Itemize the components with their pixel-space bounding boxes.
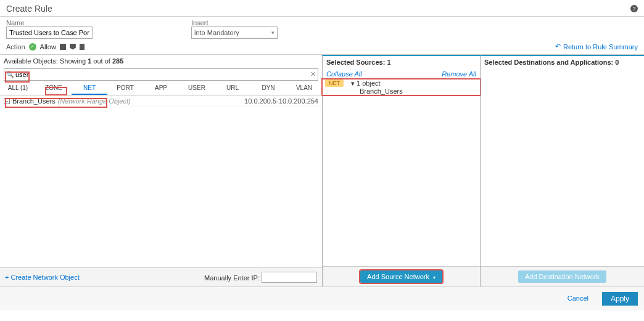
tag-icon[interactable] xyxy=(70,44,76,50)
clear-icon[interactable]: ✕ xyxy=(310,70,316,78)
name-label: Name xyxy=(6,19,93,26)
tab-net[interactable]: NET xyxy=(72,82,107,95)
tab-vlan[interactable]: VLAN xyxy=(286,82,322,95)
return-link[interactable]: ↶ Return to Rule Summary xyxy=(555,43,638,51)
dialog-header: Create Rule ? xyxy=(0,0,644,17)
expand-icon[interactable]: ▾ xyxy=(351,79,355,87)
selected-dest-header: Selected Destinations and Applications: … xyxy=(481,56,644,68)
chevron-down-icon: ▾ xyxy=(271,30,275,36)
chevron-down-icon: ▾ xyxy=(433,275,436,280)
shield-icon[interactable] xyxy=(60,44,66,50)
manual-ip-input[interactable] xyxy=(262,272,317,283)
cancel-button[interactable]: Cancel xyxy=(561,292,595,306)
tab-dyn[interactable]: DYN xyxy=(250,82,286,95)
available-header: Available Objects: Showing 1 out of 285 xyxy=(0,55,322,67)
source-object-name: Branch_Users xyxy=(351,87,403,95)
search-wrap: 🔍 ✕ xyxy=(0,67,322,82)
dialog-title: Create Rule xyxy=(6,4,52,14)
tab-url[interactable]: URL xyxy=(215,82,250,95)
selected-sources-footer: Add Source Network▾ xyxy=(323,266,480,286)
object-range: 10.0.200.5-10.0.200.254 xyxy=(244,97,318,105)
search-icon: 🔍 xyxy=(6,71,14,78)
source-object-group[interactable]: NET ▾ 1 object Branch_Users xyxy=(323,79,480,95)
selected-sources-header: Selected Sources: 1 xyxy=(323,56,480,68)
manual-ip-label: Manually Enter IP: xyxy=(204,274,260,282)
tab-port[interactable]: PORT xyxy=(107,82,143,95)
create-network-object-link[interactable]: + Create Network Object xyxy=(5,274,80,281)
form-row: Name Insert into Mandatory ▾ xyxy=(0,17,644,39)
tab-zone[interactable]: ZONE xyxy=(36,82,72,95)
insert-select[interactable]: into Mandatory ▾ xyxy=(191,26,278,39)
insert-label: Insert xyxy=(191,19,278,26)
action-label: Action xyxy=(6,43,25,51)
selected-sources-panel: Selected Sources: 1 Collapse All Remove … xyxy=(322,55,480,286)
search-input[interactable] xyxy=(4,68,318,81)
available-footer: + Create Network Object Manually Enter I… xyxy=(0,267,322,286)
action-row: Action ✓ Allow ↶ Return to Rule Summary xyxy=(0,39,644,55)
dialog-footer: Cancel Apply xyxy=(0,286,644,311)
object-name: Branch_Users xyxy=(12,97,56,105)
available-objects-panel: Available Objects: Showing 1 out of 285 … xyxy=(0,55,322,286)
selected-sources-controls: Collapse All Remove All xyxy=(323,68,480,79)
insert-value: into Mandatory xyxy=(194,29,239,36)
help-icon[interactable]: ? xyxy=(630,5,638,12)
collapse-all-link[interactable]: Collapse All xyxy=(326,70,362,78)
tab-all[interactable]: ALL (1) xyxy=(0,82,36,95)
add-source-network-button[interactable]: Add Source Network▾ xyxy=(360,270,442,283)
manual-ip-wrap: Manually Enter IP: xyxy=(204,272,317,283)
rule-name-input[interactable] xyxy=(6,26,93,39)
selected-destinations-panel: Selected Destinations and Applications: … xyxy=(480,55,644,286)
return-arrow-icon: ↶ xyxy=(555,43,561,51)
remove-all-link[interactable]: Remove All xyxy=(442,70,476,78)
tab-app[interactable]: APP xyxy=(143,82,179,95)
device-icon[interactable] xyxy=(80,44,85,50)
net-badge: NET xyxy=(325,79,344,87)
add-destination-network-button[interactable]: Add Destination Network xyxy=(518,270,606,283)
object-type: (Network Range Object) xyxy=(58,97,131,105)
selected-dest-footer: Add Destination Network xyxy=(481,266,644,286)
apply-button[interactable]: Apply xyxy=(602,292,638,306)
list-item[interactable]: − Branch_Users (Network Range Object) 10… xyxy=(0,95,322,107)
remove-icon[interactable]: − xyxy=(4,98,10,104)
action-value: Allow xyxy=(40,43,56,51)
tab-user[interactable]: USER xyxy=(179,82,215,95)
object-type-tabs: ALL (1) ZONE NET PORT APP USER URL DYN V… xyxy=(0,82,322,95)
allow-icon: ✓ xyxy=(29,43,36,51)
